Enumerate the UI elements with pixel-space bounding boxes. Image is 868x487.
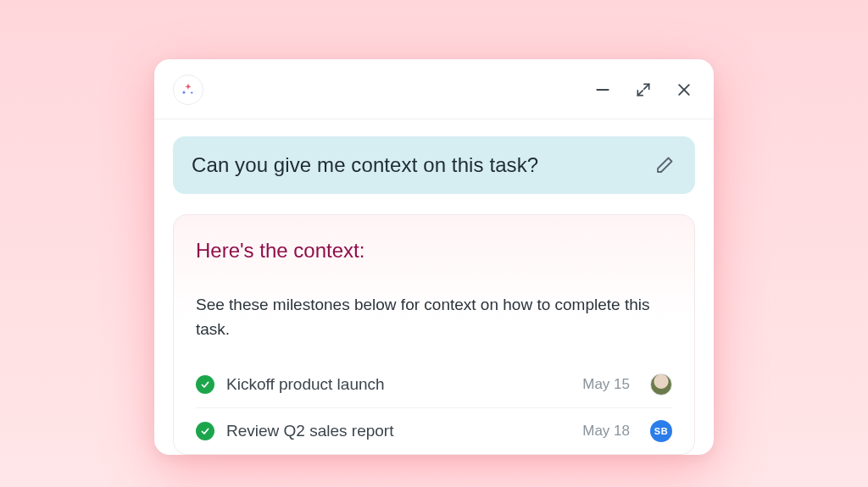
- check-complete-icon: [196, 422, 214, 440]
- assignee-avatar[interactable]: [650, 374, 672, 396]
- response-heading: Here's the context:: [196, 239, 672, 263]
- user-prompt-box: Can you give me context on this task?: [173, 136, 695, 194]
- milestone-title: Kickoff product launch: [226, 375, 570, 394]
- user-prompt-text: Can you give me context on this task?: [192, 153, 538, 177]
- milestone-row[interactable]: Review Q2 sales report May 18 SB: [196, 407, 672, 454]
- milestone-date: May 18: [582, 423, 630, 440]
- ai-sparkle-icon: [173, 75, 203, 105]
- milestone-date: May 15: [582, 376, 630, 393]
- milestone-list: Kickoff product launch May 15 Review Q2 …: [196, 362, 672, 454]
- check-complete-icon: [196, 375, 214, 394]
- assignee-avatar[interactable]: SB: [650, 420, 672, 442]
- window-titlebar: [154, 59, 714, 119]
- milestone-row[interactable]: Kickoff product launch May 15: [196, 362, 672, 407]
- window-content: Can you give me context on this task? He…: [154, 119, 714, 455]
- minimize-button[interactable]: [593, 80, 612, 99]
- response-body: See these milestones below for context o…: [196, 293, 672, 341]
- expand-button[interactable]: [634, 80, 653, 99]
- edit-prompt-button[interactable]: [653, 153, 676, 177]
- ai-response-card: Here's the context: See these milestones…: [173, 214, 695, 455]
- window-controls: [593, 80, 693, 99]
- close-button[interactable]: [675, 80, 693, 99]
- ai-assistant-window: Can you give me context on this task? He…: [154, 59, 714, 455]
- milestone-title: Review Q2 sales report: [226, 422, 570, 440]
